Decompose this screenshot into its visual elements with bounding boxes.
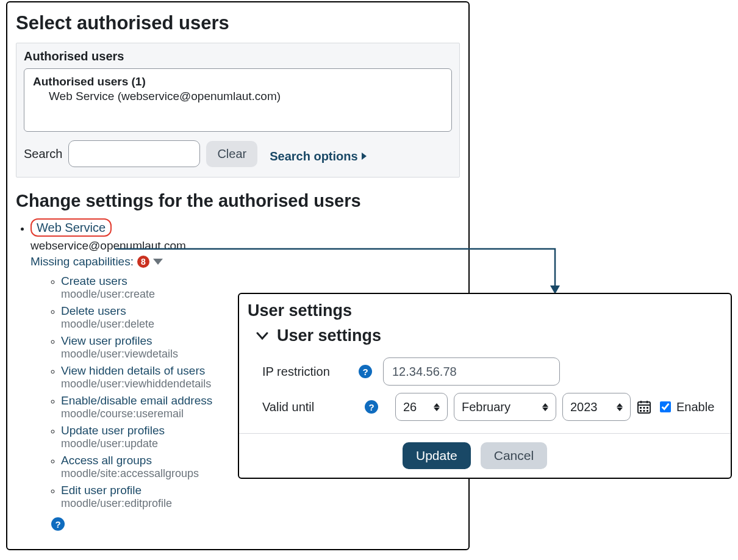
authorised-users-list[interactable]: Authorised users (1) Web Service (webser…	[24, 68, 452, 132]
missing-capabilities-toggle[interactable]: Missing capabilities: 8	[30, 255, 163, 268]
enable-checkbox-wrap[interactable]: Enable	[657, 400, 714, 414]
chevron-right-icon	[362, 153, 367, 160]
chevron-down-icon	[153, 259, 163, 265]
user-settings-title: User settings	[248, 301, 722, 320]
svg-rect-5	[643, 407, 645, 409]
svg-rect-4	[640, 407, 642, 409]
web-service-user-link[interactable]: Web Service	[30, 218, 112, 237]
help-icon[interactable]: ?	[359, 365, 372, 378]
calendar-icon[interactable]	[637, 400, 651, 414]
missing-capabilities-count-badge: 8	[137, 256, 149, 268]
search-row: Search Clear Search options	[24, 140, 452, 167]
select-value: 2023	[570, 400, 598, 414]
authorised-users-label: Authorised users	[24, 49, 452, 63]
help-icon[interactable]: ?	[51, 517, 65, 531]
search-input[interactable]	[68, 140, 200, 167]
valid-until-day-select[interactable]: 26	[395, 393, 448, 421]
user-settings-section-title: User settings	[277, 326, 381, 345]
enable-checkbox[interactable]	[660, 401, 671, 412]
user-settings-section-header[interactable]: User settings	[248, 326, 722, 345]
ip-restriction-label: IP restriction	[248, 365, 359, 379]
enable-label: Enable	[676, 400, 714, 414]
select-sort-icon	[617, 403, 623, 411]
cancel-button[interactable]: Cancel	[481, 442, 547, 469]
search-options-toggle[interactable]: Search options	[270, 149, 366, 163]
select-value: 26	[403, 400, 417, 414]
change-settings-title: Change settings for the authorised users	[16, 191, 460, 211]
valid-until-row: Valid until ? 26 February 2023 Enable	[248, 389, 722, 425]
divider	[239, 433, 731, 434]
select-sort-icon	[542, 403, 548, 411]
help-icon[interactable]: ?	[365, 400, 378, 414]
authorised-users-count: Authorised users (1)	[33, 75, 443, 88]
select-value: February	[462, 400, 511, 414]
ip-restriction-input[interactable]	[383, 357, 560, 386]
missing-capabilities-label: Missing capabilities:	[30, 255, 134, 268]
search-label: Search	[24, 147, 62, 161]
search-options-label: Search options	[270, 149, 357, 163]
user-email: webservice@openumlaut.com	[30, 239, 460, 253]
chevron-down-icon	[256, 330, 268, 342]
update-button[interactable]: Update	[403, 442, 471, 469]
select-sort-icon	[434, 403, 440, 411]
authorised-user-item[interactable]: Web Service (webservice@openumlaut.com)	[33, 90, 443, 103]
capability-item: Edit user profilemoodle/user:editprofile	[61, 484, 460, 510]
svg-rect-8	[643, 410, 645, 412]
page-title: Select authorised users	[16, 12, 460, 34]
svg-rect-7	[640, 410, 642, 412]
valid-until-month-select[interactable]: February	[454, 393, 556, 421]
ip-restriction-row: IP restriction ?	[248, 354, 722, 389]
svg-rect-9	[647, 410, 648, 412]
clear-button[interactable]: Clear	[206, 141, 257, 167]
svg-rect-6	[647, 407, 648, 409]
button-row: Update Cancel	[248, 442, 722, 469]
valid-until-year-select[interactable]: 2023	[562, 393, 631, 421]
authorised-users-box: Authorised users Authorised users (1) We…	[16, 43, 460, 178]
valid-until-label: Valid until	[248, 400, 359, 414]
user-settings-panel: User settings User settings IP restricti…	[238, 293, 732, 479]
